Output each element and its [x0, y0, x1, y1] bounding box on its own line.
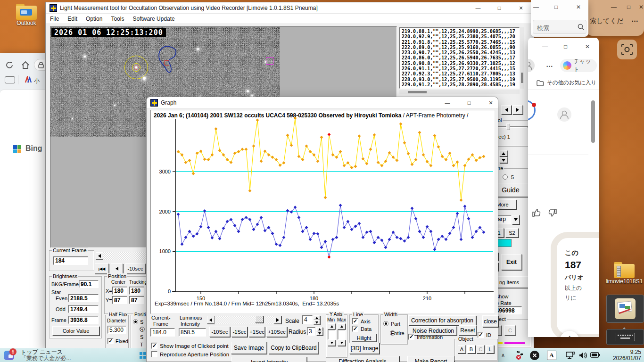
close-status-icon[interactable] — [530, 351, 539, 360]
hilight-button[interactable]: Hilight — [352, 334, 376, 342]
graph-close-icon[interactable]: ✕ — [487, 99, 495, 106]
account-avatar[interactable] — [557, 107, 571, 122]
exit-button[interactable]: Exit — [501, 254, 522, 270]
s2-tab[interactable]: S2 — [505, 228, 519, 238]
graph-titlebar[interactable]: Graph — □ ✕ — [147, 97, 498, 108]
data-checkbox[interactable]: ✓ — [352, 326, 358, 332]
sync-error-icon[interactable] — [515, 351, 526, 360]
ymin-down-icon[interactable] — [328, 340, 336, 346]
copy-clipboard-button[interactable]: Copy to ClipBoard — [269, 342, 319, 354]
rb-more-icon[interactable]: … — [546, 60, 553, 68]
desktop-icon-outlook[interactable]: Outlook — [13, 4, 40, 26]
start-button[interactable] — [140, 352, 146, 359]
minus-10sec-btn[interactable]: -10Sec — [209, 327, 230, 337]
network-icon[interactable] — [566, 351, 576, 360]
radius-value[interactable]: 3 — [307, 327, 315, 336]
profile-avatar[interactable] — [528, 59, 535, 72]
save-image-button[interactable]: Save Image — [231, 342, 267, 354]
taskbar-clock[interactable]: 9:25 2026/01/07 — [604, 349, 641, 362]
menu-software-update[interactable]: Software Update — [128, 16, 179, 22]
sharp-dropdown-arrow-icon[interactable] — [512, 215, 520, 224]
radius-up-icon[interactable] — [316, 327, 323, 331]
tablet-toolbar-keyboard[interactable] — [606, 329, 644, 345]
search-icon[interactable] — [578, 24, 585, 31]
thumbs-up-icon[interactable] — [532, 207, 542, 218]
collections-icon[interactable] — [5, 76, 15, 83]
widgets-button[interactable]: 6 トップ ニュース 「業務で大金が必... — [4, 349, 112, 362]
object-c-button[interactable]: C — [504, 325, 516, 336]
make-report-button[interactable]: Make Report — [407, 356, 454, 362]
even-value[interactable]: 2188.5 — [68, 294, 99, 302]
correction-button[interactable]: Correction for absorption — [408, 315, 476, 325]
overlay-maximize-icon[interactable]: □ — [627, 4, 630, 10]
object-l-button[interactable]: L — [486, 345, 494, 354]
graph-close-button[interactable]: close — [482, 315, 498, 327]
half-flux-value[interactable]: 5.300 — [107, 326, 126, 334]
menu-edit[interactable]: Edit — [63, 16, 82, 22]
radius-down-icon[interactable] — [316, 331, 323, 336]
panel-left-icon[interactable] — [501, 105, 512, 115]
graph-minimize-icon[interactable]: — — [444, 99, 451, 106]
home-icon[interactable] — [21, 60, 30, 70]
object-c-button[interactable]: C — [477, 345, 485, 354]
rb-scrollbar[interactable] — [591, 97, 595, 181]
panel-spin-up-icon[interactable] — [499, 150, 508, 156]
y-center-value[interactable]: 87 — [112, 296, 127, 304]
id-checkbox[interactable]: ✓ — [478, 332, 484, 338]
maximize-icon[interactable]: □ — [495, 5, 503, 11]
popup-maximize-icon[interactable]: □ — [554, 4, 558, 10]
menu-option[interactable]: Option — [82, 16, 107, 22]
menu-file[interactable]: File — [46, 16, 63, 22]
minimize-icon[interactable]: — — [474, 5, 482, 11]
overlay-close-icon[interactable]: ✕ — [639, 4, 644, 10]
ymax-down-icon[interactable] — [338, 340, 346, 346]
scale-value[interactable]: 4 — [302, 315, 313, 324]
address-bar[interactable] — [34, 59, 45, 71]
part-radio[interactable] — [383, 321, 388, 326]
popup-close-icon[interactable]: ✕ — [576, 4, 581, 10]
tray-chevron-icon[interactable]: ∧ — [501, 352, 505, 358]
bkg-value[interactable]: 90.1 — [79, 280, 99, 288]
bookmark-favicon-icon[interactable] — [25, 76, 32, 83]
scroll-left-icon[interactable] — [96, 252, 103, 260]
scale-up-icon[interactable] — [314, 315, 320, 320]
plus-10sec-btn[interactable]: +10Sec — [266, 327, 287, 337]
mode-radio-0[interactable] — [133, 319, 138, 324]
data-list-vscrollbar[interactable] — [520, 27, 524, 89]
refresh-icon[interactable] — [5, 60, 14, 70]
visual-search-button[interactable] — [617, 40, 637, 59]
reset-button[interactable]: Reset — [459, 325, 477, 336]
ymax-up-icon[interactable] — [338, 323, 346, 329]
close-icon[interactable]: ✕ — [517, 5, 525, 11]
favorites-row[interactable]: その他のお気に入り — [537, 79, 596, 86]
3d-image-button[interactable]: [3D] Image — [349, 343, 380, 354]
scale-down-icon[interactable] — [314, 320, 320, 325]
object-b-button[interactable]: B — [467, 345, 475, 354]
show-image-checkbox[interactable]: ✓ — [151, 343, 157, 349]
prev-frame-button[interactable] — [111, 263, 123, 274]
current-frame-value[interactable]: 184 — [53, 256, 88, 265]
invert-intensity-button[interactable]: Invert Intensity — [231, 357, 307, 362]
rb-maximize-icon[interactable]: □ — [564, 43, 567, 50]
odd-value[interactable]: 1749.4 — [68, 305, 99, 313]
graph-frame-scrollbar[interactable] — [207, 316, 281, 324]
thumbs-down-icon[interactable] — [547, 208, 557, 218]
overlay-minimize-icon[interactable]: — — [611, 4, 617, 10]
information-checkbox[interactable]: ✓ — [408, 334, 414, 340]
color-value-button[interactable]: Color Value — [52, 326, 99, 336]
axis-checkbox[interactable]: ✓ — [352, 318, 358, 324]
gscroll-thumb[interactable] — [255, 316, 264, 323]
copilot-chat-button[interactable]: チャット — [560, 59, 597, 72]
chart-area[interactable]: 2026 Jan 6; (140104) 2001 SW132 occults … — [150, 110, 495, 314]
panel-right-icon[interactable] — [512, 105, 523, 115]
bookmark-label[interactable]: 小 — [34, 77, 40, 85]
frame-value[interactable]: 3936.8 — [68, 316, 99, 324]
luminous-intensity-value[interactable]: 858.5 — [179, 328, 206, 337]
search-input[interactable]: 検索 — [533, 20, 586, 34]
x-center-value[interactable]: 180 — [112, 287, 127, 295]
minus-10sec-button[interactable]: -10sec — [125, 263, 146, 274]
minus-1sec-btn[interactable]: -1Sec — [231, 327, 248, 337]
rb-close-icon[interactable]: ✕ — [585, 43, 590, 50]
ime-mode-icon[interactable]: A — [547, 351, 556, 360]
ymax-field[interactable] — [338, 329, 346, 340]
